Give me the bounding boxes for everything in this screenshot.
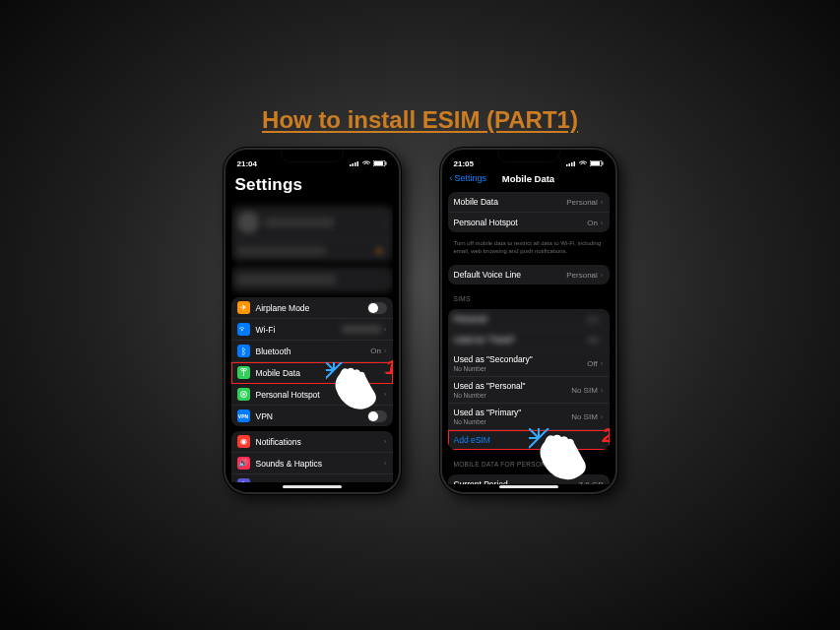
- svg-rect-19: [591, 161, 600, 165]
- bluetooth-value: On: [370, 346, 381, 355]
- mobile-data-label: Mobile Data: [454, 197, 498, 207]
- sim-label: Used as "Personal": [454, 381, 526, 391]
- airplane-label: Airplane Mode: [256, 303, 310, 313]
- mobile-data-label: Mobile Data: [256, 368, 300, 378]
- sims-header: SIMs: [448, 289, 610, 304]
- svg-rect-2: [355, 162, 356, 166]
- voice-line-label: Default Voice Line: [454, 270, 522, 280]
- connectivity-group: ✈Airplane Mode ᯤWi-Fi › ᛒBluetooth On› M…: [231, 297, 393, 426]
- phone-mobiledata-screenshot: 21:05 ‹Settings Mobile Data Mobile Data …: [440, 148, 617, 494]
- bluetooth-icon: ᛒ: [237, 345, 250, 357]
- sim-value: No SIM: [571, 412, 598, 421]
- sim-label: Used as "Travel": [454, 335, 516, 345]
- svg-rect-14: [566, 164, 568, 166]
- back-label: Settings: [455, 173, 487, 183]
- hotspot-label: Personal Hotspot: [256, 390, 320, 400]
- profile-card-blurred[interactable]: › ›: [231, 206, 393, 262]
- period-label: Current Period: [454, 479, 508, 484]
- svg-rect-3: [356, 161, 358, 166]
- notifications-group: ◉Notifications › 🔊Sounds & Haptics › ☾Fo…: [231, 431, 393, 482]
- wifi-row[interactable]: ᯤWi-Fi ›: [231, 319, 393, 341]
- sim-row-personal[interactable]: Personal On›: [448, 309, 610, 330]
- home-indicator: [499, 485, 558, 488]
- vpn-icon: VPN: [237, 410, 250, 422]
- svg-rect-1: [352, 163, 354, 166]
- sounds-row[interactable]: 🔊Sounds & Haptics ›: [231, 453, 393, 474]
- signal-icon: [350, 160, 359, 166]
- status-icons: [566, 160, 604, 166]
- svg-rect-20: [602, 162, 603, 165]
- mobile-data-row[interactable]: Mobile Data › 1: [231, 362, 393, 384]
- svg-rect-0: [350, 164, 352, 166]
- notch: [281, 150, 344, 162]
- hotspot-value: On: [587, 219, 598, 227]
- antenna-icon: [237, 366, 250, 379]
- hotspot-row[interactable]: Personal Hotspot On›: [448, 213, 610, 232]
- sim-row-primary[interactable]: Used as "Primary"No Number No SIM›: [448, 404, 610, 430]
- mobile-data-group: Mobile Data Personal› Personal Hotspot O…: [448, 192, 610, 232]
- voice-line-group: Default Voice Line Personal›: [448, 265, 610, 284]
- hotspot-label: Personal Hotspot: [454, 218, 518, 227]
- svg-rect-5: [374, 161, 383, 165]
- sim-sub: No Number: [454, 365, 533, 372]
- vpn-label: VPN: [256, 411, 273, 421]
- sim-sub: No Number: [454, 418, 522, 425]
- clock-label: 21:04: [237, 159, 257, 168]
- moon-icon: ☾: [237, 478, 250, 482]
- usage-group: Current Period 7.9 GB: [448, 474, 610, 484]
- svg-rect-6: [385, 162, 386, 165]
- battery-icon: [373, 160, 387, 166]
- sim-value: Off: [587, 359, 598, 368]
- wifi-icon: [361, 160, 371, 166]
- bluetooth-row[interactable]: ᛒBluetooth On›: [231, 341, 393, 362]
- section-footer: MOBILE DATA FOR PERSONAL: [448, 455, 610, 470]
- status-icons: [350, 160, 387, 166]
- wifi-settings-icon: ᯤ: [237, 323, 250, 336]
- sim-row-travel[interactable]: Used as "Travel" Off›: [448, 330, 610, 350]
- vpn-row[interactable]: VPNVPN: [231, 406, 393, 426]
- bluetooth-label: Bluetooth: [256, 346, 291, 356]
- notch: [497, 150, 560, 162]
- sim-sub: No Number: [454, 392, 526, 399]
- default-voice-line-row[interactable]: Default Voice Line Personal›: [448, 265, 610, 284]
- current-period-row[interactable]: Current Period 7.9 GB: [448, 474, 610, 484]
- airplane-mode-row[interactable]: ✈Airplane Mode: [231, 297, 393, 319]
- notifications-label: Notifications: [256, 437, 301, 447]
- chevron-left-icon: ‹: [450, 173, 453, 183]
- svg-point-7: [242, 393, 244, 395]
- step-one-marker: 1: [385, 356, 392, 379]
- mobile-data-value: Personal: [566, 198, 598, 207]
- wifi-label: Wi-Fi: [256, 325, 276, 335]
- svg-rect-17: [573, 161, 575, 166]
- sim-row-secondary[interactable]: Used as "Secondary"No Number Off›: [448, 350, 610, 377]
- sims-group: Personal On› Used as "Travel" Off› Used …: [448, 309, 610, 450]
- page-title: How to install ESIM (PART1): [0, 0, 840, 134]
- bell-icon: ◉: [237, 435, 250, 448]
- airplane-icon: ✈: [237, 301, 250, 314]
- nav-bar: ‹Settings Mobile Data: [448, 171, 610, 187]
- period-value: 7.9 GB: [579, 480, 604, 485]
- sim-label: Personal: [454, 314, 487, 324]
- sim-row-personal-nosim[interactable]: Used as "Personal"No Number No SIM›: [448, 377, 610, 404]
- sim-value: On: [587, 315, 598, 324]
- promo-card-blurred[interactable]: [231, 267, 393, 292]
- sim-value: No SIM: [571, 386, 598, 395]
- phone-settings-screenshot: 21:04 Settings › › ✈Airplane Mode: [224, 148, 401, 494]
- mobile-data-select-row[interactable]: Mobile Data Personal›: [448, 192, 610, 213]
- nav-title: Mobile Data: [502, 173, 554, 184]
- focus-row[interactable]: ☾Focus ›: [231, 474, 393, 482]
- focus-label: Focus: [256, 480, 279, 483]
- hotspot-row[interactable]: Personal Hotspot ›: [231, 384, 393, 406]
- settings-heading: Settings: [231, 171, 393, 201]
- notifications-row[interactable]: ◉Notifications ›: [231, 431, 393, 453]
- speaker-icon: 🔊: [237, 457, 250, 470]
- back-button[interactable]: ‹Settings: [450, 173, 487, 183]
- airplane-toggle[interactable]: [367, 302, 387, 314]
- sim-value: Off: [587, 336, 598, 345]
- sim-label: Used as "Primary": [454, 408, 522, 417]
- svg-rect-16: [571, 162, 573, 166]
- phones-container: 21:04 Settings › › ✈Airplane Mode: [0, 148, 840, 494]
- add-esim-row[interactable]: Add eSIM 2: [448, 430, 610, 450]
- sim-label: Used as "Secondary": [454, 354, 533, 364]
- vpn-toggle[interactable]: [367, 410, 387, 422]
